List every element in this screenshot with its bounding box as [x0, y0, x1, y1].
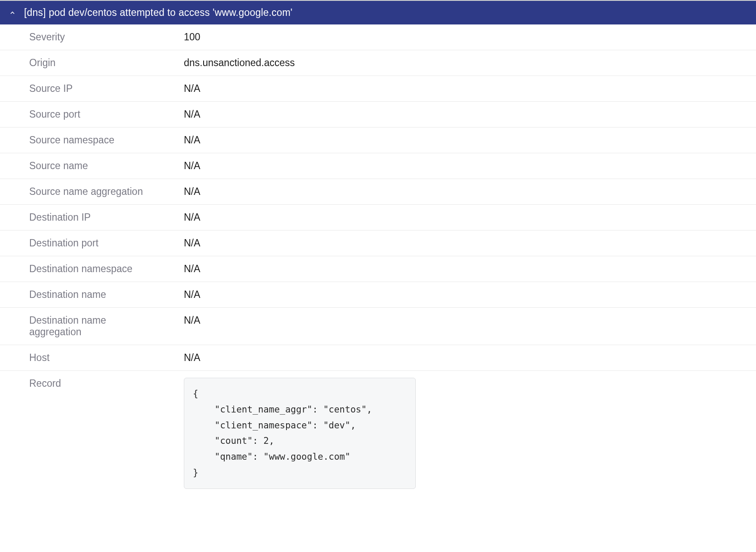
origin-value: dns.unsanctioned.access [155, 57, 756, 69]
source-ip-label: Source IP [0, 83, 155, 94]
dest-name-agg-value: N/A [155, 315, 756, 326]
source-ip-value: N/A [155, 83, 756, 94]
dest-port-label: Destination port [0, 237, 155, 249]
dest-namespace-value: N/A [155, 263, 756, 275]
dest-namespace-label: Destination namespace [0, 263, 155, 275]
record-label: Record [0, 378, 155, 389]
detail-row-dest-name-agg: Destination name aggregation N/A [0, 308, 756, 345]
source-name-agg-value: N/A [155, 186, 756, 197]
collapse-toggle[interactable] [9, 9, 16, 17]
dest-name-value: N/A [155, 289, 756, 300]
detail-row-source-port: Source port N/A [0, 102, 756, 127]
detail-row-dest-name: Destination name N/A [0, 282, 756, 308]
detail-row-severity: Severity 100 [0, 24, 756, 50]
detail-row-source-ip: Source IP N/A [0, 76, 756, 102]
detail-row-dest-namespace: Destination namespace N/A [0, 256, 756, 282]
source-port-label: Source port [0, 109, 155, 120]
alert-details-table: Severity 100 Origin dns.unsanctioned.acc… [0, 24, 756, 496]
dest-port-value: N/A [155, 237, 756, 249]
source-name-label: Source name [0, 160, 155, 172]
dest-name-label: Destination name [0, 289, 155, 300]
source-port-value: N/A [155, 109, 756, 120]
host-value: N/A [155, 352, 756, 364]
severity-value: 100 [155, 31, 756, 43]
severity-label: Severity [0, 31, 155, 43]
dest-ip-value: N/A [155, 212, 756, 223]
source-namespace-value: N/A [155, 134, 756, 146]
chevron-up-icon [9, 9, 16, 16]
record-json: { "client_name_aggr": "centos", "client_… [184, 378, 416, 489]
detail-row-origin: Origin dns.unsanctioned.access [0, 50, 756, 76]
detail-row-source-name: Source name N/A [0, 153, 756, 179]
dest-ip-label: Destination IP [0, 212, 155, 223]
host-label: Host [0, 352, 155, 364]
detail-row-source-name-agg: Source name aggregation N/A [0, 179, 756, 205]
origin-label: Origin [0, 57, 155, 69]
dest-name-agg-label: Destination name aggregation [0, 315, 155, 338]
detail-row-dest-port: Destination port N/A [0, 231, 756, 256]
source-namespace-label: Source namespace [0, 134, 155, 146]
alert-header: [dns] pod dev/centos attempted to access… [0, 0, 756, 24]
source-name-agg-label: Source name aggregation [0, 186, 155, 197]
record-value-container: { "client_name_aggr": "centos", "client_… [155, 378, 756, 489]
detail-row-record: Record { "client_name_aggr": "centos", "… [0, 371, 756, 496]
alert-title: [dns] pod dev/centos attempted to access… [24, 7, 293, 18]
detail-row-source-namespace: Source namespace N/A [0, 127, 756, 153]
detail-row-host: Host N/A [0, 345, 756, 371]
detail-row-dest-ip: Destination IP N/A [0, 205, 756, 231]
source-name-value: N/A [155, 160, 756, 172]
